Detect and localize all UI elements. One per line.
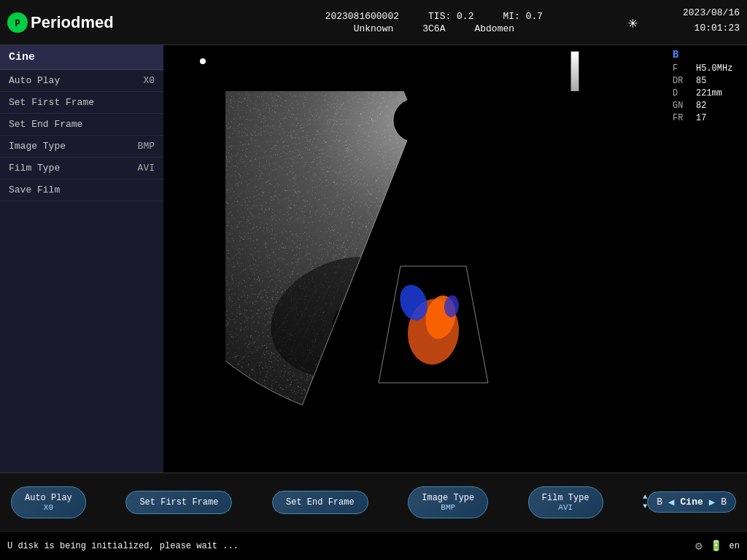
left-menu: Cine Auto Play X0 Set First Frame Set En… bbox=[0, 45, 163, 472]
battery-icon: 🔋 bbox=[710, 540, 722, 552]
mode-label: B bbox=[673, 49, 741, 61]
time-label: 10:01:23 bbox=[683, 21, 740, 36]
btn-film-type[interactable]: Film Type AVI bbox=[528, 486, 603, 518]
param-gn: GN 82 bbox=[673, 101, 741, 111]
usb-icon: ⚙ bbox=[695, 539, 703, 553]
param-d: D 221mm bbox=[673, 88, 741, 98]
menu-item-image-type[interactable]: Image Type BMP bbox=[0, 136, 163, 158]
date-label: 2023/08/16 bbox=[683, 6, 740, 21]
nav-outer: B ◀ Cine ▶ B bbox=[647, 491, 736, 513]
btn-set-end-frame[interactable]: Set End Frame bbox=[272, 491, 368, 514]
status-right: ⚙ 🔋 en bbox=[695, 539, 740, 553]
right-panel: B F H5.0MHz DR 85 D 221mm GN 82 FR 17 bbox=[667, 45, 747, 472]
ultrasound-canvas bbox=[225, 91, 605, 427]
menu-item-auto-play[interactable]: Auto Play X0 bbox=[0, 70, 163, 92]
bottom-controls: Auto Play X0 Set First Frame Set End Fra… bbox=[0, 472, 747, 531]
header: P Periodmed 2023081600002 TIS: 0.2 MI: 0… bbox=[0, 0, 747, 45]
nav-b-left: B bbox=[657, 497, 662, 508]
param-f: F H5.0MHz bbox=[673, 63, 741, 74]
region-label: Abdomen bbox=[474, 23, 514, 34]
ultrasound-image bbox=[225, 91, 605, 427]
patient-id: 2023081600002 bbox=[325, 11, 399, 22]
cine-nav: ▲ ▼ B ◀ Cine ▶ B bbox=[643, 491, 736, 513]
btn-auto-play[interactable]: Auto Play X0 bbox=[11, 486, 86, 518]
ultrasound-area bbox=[163, 45, 667, 472]
tis-label: TIS: 0.2 bbox=[428, 11, 473, 22]
lang-label: en bbox=[729, 541, 740, 551]
logo: P Periodmed bbox=[7, 12, 114, 33]
datetime: 2023/08/16 10:01:23 bbox=[683, 6, 740, 36]
btn-set-first-frame[interactable]: Set First Frame bbox=[125, 491, 232, 514]
nav-cine-label: Cine bbox=[681, 497, 703, 508]
nav-b-right: B bbox=[721, 497, 727, 508]
logo-text: Periodmed bbox=[31, 13, 114, 32]
logo-icon: P bbox=[7, 12, 28, 33]
param-fr: FR 17 bbox=[673, 113, 741, 123]
menu-item-set-end-frame[interactable]: Set End Frame bbox=[0, 114, 163, 136]
white-dot-indicator bbox=[200, 58, 206, 64]
nav-arrow-left[interactable]: ◀ bbox=[668, 496, 674, 508]
snowflake-icon: ✳ bbox=[628, 12, 638, 32]
mi-label: MI: 0.7 bbox=[503, 11, 543, 22]
menu-item-save-film[interactable]: Save Film bbox=[0, 179, 163, 201]
menu-item-set-first-frame[interactable]: Set First Frame bbox=[0, 92, 163, 114]
unknown-label: Unknown bbox=[354, 23, 394, 34]
nav-arrow-right[interactable]: ▶ bbox=[709, 496, 715, 508]
status-bar: U disk is being initialized, please wait… bbox=[0, 531, 747, 560]
status-text: U disk is being initialized, please wait… bbox=[7, 541, 239, 551]
header-center: 2023081600002 TIS: 0.2 MI: 0.7 Unknown 3… bbox=[128, 11, 740, 34]
menu-title: Cine bbox=[0, 45, 163, 70]
main-area: Cine Auto Play X0 Set First Frame Set En… bbox=[0, 45, 747, 472]
btn-image-type[interactable]: Image Type BMP bbox=[408, 486, 488, 518]
menu-item-film-type[interactable]: Film Type AVI bbox=[0, 158, 163, 179]
param-dr: DR 85 bbox=[673, 76, 741, 86]
probe-label: 3C6A bbox=[422, 23, 445, 34]
svg-text:P: P bbox=[15, 19, 20, 29]
